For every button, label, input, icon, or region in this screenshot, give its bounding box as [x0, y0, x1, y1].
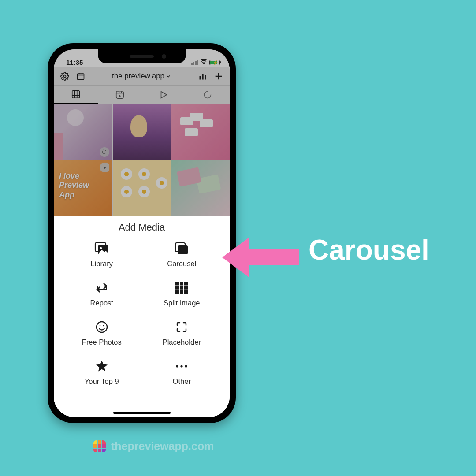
menu-label: Your Top 9 — [85, 377, 119, 386]
svg-point-18 — [176, 365, 178, 367]
callout-label: Carousel — [309, 234, 429, 266]
svg-rect-14 — [175, 282, 188, 294]
menu-library[interactable]: Library — [62, 241, 142, 268]
footer-url: thepreviewapp.com — [111, 440, 214, 453]
menu-repost[interactable]: Repost — [62, 280, 142, 307]
menu-label: Other — [173, 377, 191, 386]
svg-point-11 — [100, 247, 102, 249]
menu-top-9[interactable]: Your Top 9 — [62, 359, 142, 386]
footer: thepreviewapp.com — [93, 440, 214, 453]
menu-label: Free Photos — [82, 338, 122, 346]
menu-placeholder[interactable]: Placeholder — [142, 320, 222, 346]
split-image-icon — [174, 280, 189, 295]
svg-rect-13 — [178, 245, 188, 254]
repost-icon — [94, 280, 109, 295]
modal-backdrop[interactable] — [54, 49, 230, 216]
svg-point-16 — [99, 325, 100, 327]
library-icon — [94, 241, 109, 256]
menu-carousel[interactable]: Carousel — [142, 241, 222, 268]
menu-other[interactable]: Other — [142, 359, 222, 386]
callout-arrow — [222, 234, 299, 281]
more-icon — [174, 359, 189, 374]
carousel-icon — [174, 241, 189, 256]
svg-point-20 — [185, 365, 187, 367]
phone-notch — [98, 49, 186, 63]
star-icon — [94, 359, 109, 374]
menu-label: Repost — [90, 299, 113, 307]
add-media-sheet: Add Media Library Carousel — [54, 216, 230, 417]
svg-point-17 — [103, 325, 104, 327]
menu-split-image[interactable]: Split Image — [142, 280, 222, 307]
placeholder-icon — [174, 320, 189, 335]
svg-point-15 — [97, 322, 107, 332]
media-menu: Library Carousel Repost — [54, 241, 230, 386]
sheet-title: Add Media — [54, 222, 230, 233]
menu-label: Carousel — [167, 260, 196, 268]
phone-screen: 11:35 ⚡ the.preview.app — [54, 49, 230, 417]
home-indicator — [113, 412, 171, 414]
menu-label: Library — [91, 260, 113, 268]
svg-point-19 — [181, 365, 183, 367]
phone-frame: 11:35 ⚡ the.preview.app — [48, 43, 236, 423]
menu-label: Placeholder — [163, 338, 201, 346]
smiley-icon — [94, 320, 109, 335]
preview-logo-icon — [93, 440, 106, 453]
menu-label: Split Image — [164, 299, 200, 307]
menu-free-photos[interactable]: Free Photos — [62, 320, 142, 346]
